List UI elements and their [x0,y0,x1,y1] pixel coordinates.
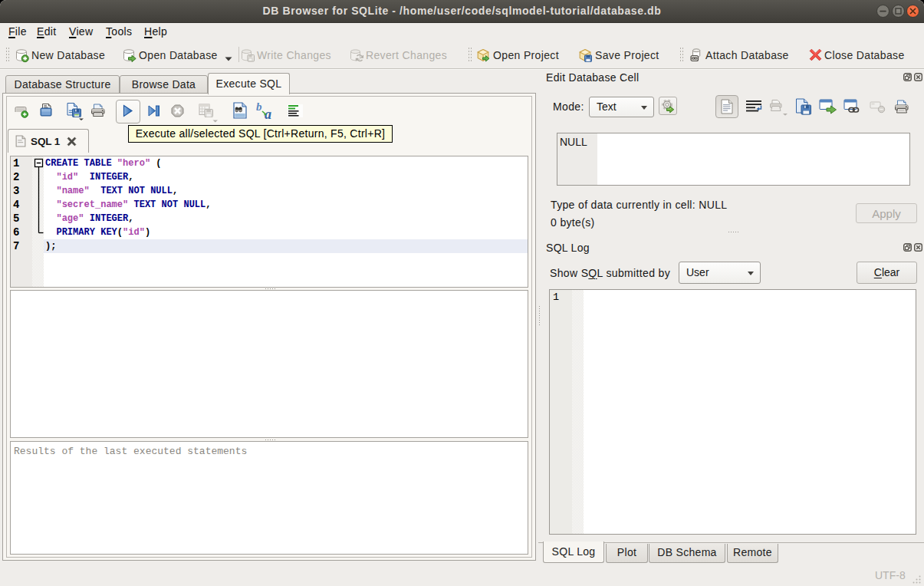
svg-text:b: b [256,100,262,113]
